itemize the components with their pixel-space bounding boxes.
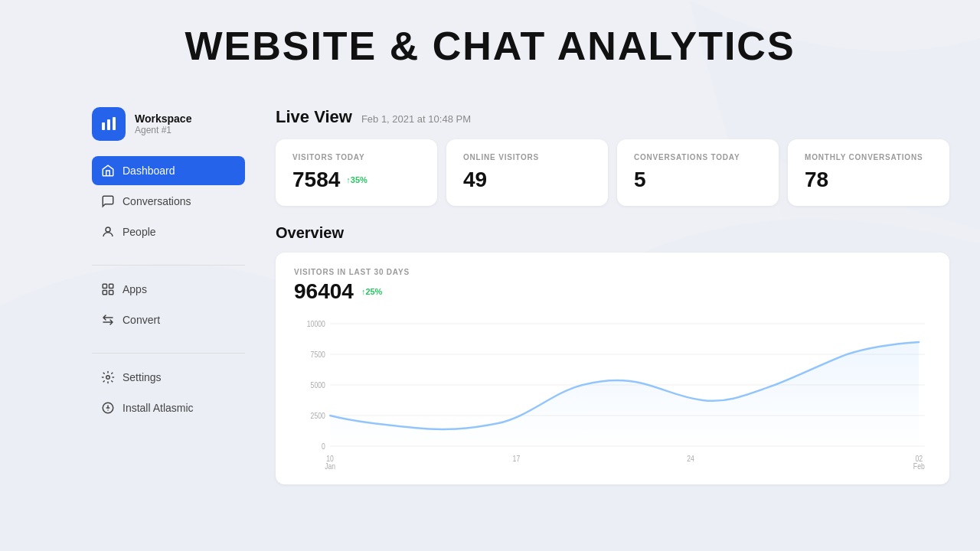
svg-rect-0 bbox=[102, 122, 105, 130]
stat-label-online-visitors: ONLINE VISITORS bbox=[463, 153, 591, 161]
gear-icon bbox=[101, 370, 115, 384]
sidebar-item-settings-label: Settings bbox=[122, 371, 162, 383]
overview-value-row: 96404 ↑25% bbox=[294, 279, 931, 304]
svg-rect-7 bbox=[109, 291, 113, 295]
sidebar-item-apps-label: Apps bbox=[122, 283, 147, 295]
svg-rect-4 bbox=[103, 284, 106, 288]
workspace-agent: Agent #1 bbox=[135, 125, 191, 135]
chart-svg: 10000 7500 5000 2500 0 10 Jan 17 24 02 F… bbox=[294, 316, 931, 469]
stat-card-conversations-today: CONVERSATIONS TODAY 5 bbox=[617, 139, 779, 206]
sidebar-item-conversations-label: Conversations bbox=[122, 195, 191, 207]
chat-icon bbox=[101, 194, 115, 208]
workspace-name: Workspace bbox=[135, 112, 191, 125]
live-view-header: Live View Feb 1, 2021 at 10:48 PM bbox=[276, 107, 949, 127]
chart-container: 10000 7500 5000 2500 0 10 Jan 17 24 02 F… bbox=[294, 316, 931, 469]
nav-divider-2 bbox=[92, 353, 245, 354]
svg-rect-2 bbox=[113, 117, 116, 130]
stat-badge-visitors-today: ↑35% bbox=[346, 175, 368, 184]
svg-rect-1 bbox=[107, 119, 110, 130]
sidebar-item-people-label: People bbox=[122, 226, 156, 238]
overview-badge: ↑25% bbox=[361, 287, 383, 296]
stat-value-row-conversations-today: 5 bbox=[634, 168, 762, 192]
sidebar-item-install[interactable]: Install Atlasmic bbox=[92, 393, 245, 422]
stat-card-monthly-conversations: MONTHLY CONVERSATIONS 78 bbox=[788, 139, 949, 206]
apps-icon bbox=[101, 282, 115, 296]
sidebar-item-settings[interactable]: Settings bbox=[92, 363, 245, 392]
stat-card-visitors-today: VISITORS TODAY 7584 ↑35% bbox=[276, 139, 437, 206]
svg-point-3 bbox=[106, 227, 110, 232]
home-icon bbox=[101, 164, 115, 178]
y-label-2500: 2500 bbox=[311, 411, 326, 420]
stat-label-monthly-conversations: MONTHLY CONVERSATIONS bbox=[805, 153, 933, 161]
overview-label: VISITORS IN LAST 30 DAYS bbox=[294, 268, 931, 276]
svg-rect-6 bbox=[103, 291, 106, 295]
sidebar-item-install-label: Install Atlasmic bbox=[122, 402, 194, 414]
convert-icon bbox=[101, 313, 115, 327]
nav-main: Dashboard Conversations People bbox=[92, 156, 245, 246]
stat-value-online-visitors: 49 bbox=[463, 168, 487, 192]
stat-value-conversations-today: 5 bbox=[634, 168, 646, 192]
stat-label-visitors-today: VISITORS TODAY bbox=[292, 153, 420, 161]
workspace-card: Workspace Agent #1 bbox=[92, 107, 245, 141]
sidebar-item-conversations[interactable]: Conversations bbox=[92, 187, 245, 216]
y-label-7500: 7500 bbox=[311, 350, 326, 359]
y-label-10000: 10000 bbox=[307, 319, 325, 328]
people-icon bbox=[101, 225, 115, 239]
sidebar-item-dashboard[interactable]: Dashboard bbox=[92, 156, 245, 185]
stat-value-monthly-conversations: 78 bbox=[805, 168, 828, 192]
sidebar: Workspace Agent #1 Dashboard Conversatio… bbox=[92, 107, 245, 441]
overview-card: VISITORS IN LAST 30 DAYS 96404 ↑25% bbox=[276, 253, 949, 484]
nav-divider-1 bbox=[92, 265, 245, 266]
page-title: WEBSITE & CHAT ANALYTICS bbox=[0, 23, 980, 69]
stat-value-row-monthly-conversations: 78 bbox=[805, 168, 933, 192]
x-label-feb: Feb bbox=[913, 461, 925, 469]
stat-value-visitors-today: 7584 bbox=[292, 168, 340, 192]
x-label-jan: Jan bbox=[325, 461, 335, 469]
stat-label-conversations-today: CONVERSATIONS TODAY bbox=[634, 153, 762, 161]
chart-icon bbox=[100, 115, 118, 133]
sidebar-item-convert-label: Convert bbox=[122, 314, 160, 326]
svg-point-8 bbox=[106, 376, 110, 380]
main-content: Live View Feb 1, 2021 at 10:48 PM VISITO… bbox=[276, 107, 949, 484]
sidebar-item-dashboard-label: Dashboard bbox=[122, 165, 175, 177]
live-view-date: Feb 1, 2021 at 10:48 PM bbox=[361, 113, 471, 125]
nav-bottom: Settings Install Atlasmic bbox=[92, 363, 245, 422]
x-label-24: 24 bbox=[687, 454, 694, 463]
overview-value: 96404 bbox=[294, 279, 354, 304]
y-label-0: 0 bbox=[322, 442, 325, 451]
sidebar-item-convert[interactable]: Convert bbox=[92, 305, 245, 334]
workspace-info: Workspace Agent #1 bbox=[135, 112, 191, 135]
stats-row: VISITORS TODAY 7584 ↑35% ONLINE VISITORS… bbox=[276, 139, 949, 206]
overview-title: Overview bbox=[276, 224, 949, 242]
x-label-17: 17 bbox=[513, 454, 521, 463]
svg-rect-5 bbox=[109, 284, 113, 288]
stat-value-row-visitors-today: 7584 ↑35% bbox=[292, 168, 420, 192]
chart-area bbox=[330, 342, 919, 446]
sidebar-item-apps[interactable]: Apps bbox=[92, 275, 245, 304]
live-view-title: Live View bbox=[276, 107, 352, 127]
workspace-logo bbox=[92, 107, 126, 141]
sidebar-item-people[interactable]: People bbox=[92, 217, 245, 246]
stat-card-online-visitors: ONLINE VISITORS 49 bbox=[446, 139, 608, 206]
stat-value-row-online-visitors: 49 bbox=[463, 168, 591, 192]
nav-tools: Apps Convert bbox=[92, 275, 245, 334]
y-label-5000: 5000 bbox=[311, 380, 326, 390]
install-icon bbox=[101, 401, 115, 415]
